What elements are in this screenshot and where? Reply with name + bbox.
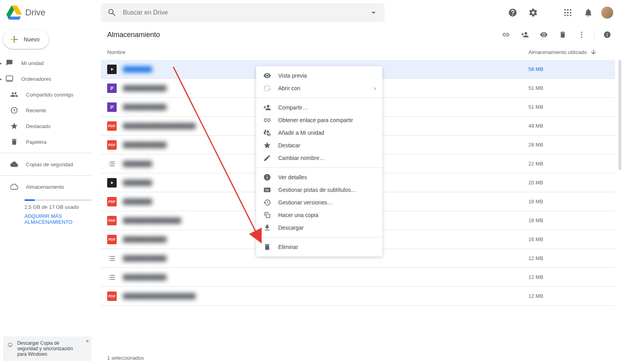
menu-item-cc[interactable]: CCGestionar pistas de subtítulos… bbox=[256, 184, 382, 196]
column-size[interactable]: Almacenamiento utilizado bbox=[528, 48, 615, 56]
menu-item-label: Eliminar bbox=[278, 244, 298, 250]
get-link-button[interactable] bbox=[498, 27, 514, 43]
menu-item-label: Hacer una copia bbox=[278, 212, 318, 218]
menu-item-label: Destacar bbox=[278, 142, 300, 149]
menu-item-download[interactable]: Descargar bbox=[256, 221, 382, 234]
svg-rect-16 bbox=[110, 88, 113, 89]
file-size: 49 MB bbox=[528, 123, 615, 129]
upgrade-storage-link[interactable]: ADQUIRIR MÁS ALMACENAMIENTO bbox=[24, 213, 91, 225]
menu-item-label: Compartir… bbox=[278, 104, 308, 111]
menu-item-link[interactable]: Obtener enlace para compartir bbox=[256, 114, 382, 126]
eye-icon bbox=[262, 71, 272, 80]
page-title: Almacenamiento bbox=[107, 31, 498, 39]
sidebar-item-trash[interactable]: Papelera bbox=[0, 134, 101, 150]
notifications-button[interactable] bbox=[580, 5, 596, 20]
menu-item-eye[interactable]: Vista previa bbox=[256, 69, 382, 82]
info-button[interactable] bbox=[599, 27, 615, 43]
logo-section[interactable]: Drive bbox=[6, 5, 101, 20]
share-icon bbox=[262, 103, 272, 112]
expand-icon: ▸ bbox=[0, 77, 5, 81]
menu-item-label: Ver detalles bbox=[278, 174, 307, 180]
backup-sync-notification[interactable]: Descargar Copia de seguridad y sincroniz… bbox=[3, 336, 91, 361]
pdf-icon: PDF bbox=[107, 216, 117, 225]
menu-divider bbox=[256, 237, 382, 238]
toolbar-separator bbox=[594, 30, 595, 39]
menu-item-info[interactable]: Ver detalles bbox=[256, 171, 382, 184]
user-avatar[interactable] bbox=[601, 6, 614, 19]
menu-item-rename[interactable]: Cambiar nombre… bbox=[256, 152, 382, 164]
file-row[interactable]: PDF████████████████████12 MB bbox=[101, 287, 615, 306]
menu-item-label: Vista previa bbox=[278, 72, 307, 79]
preview-button[interactable] bbox=[536, 27, 552, 43]
close-icon[interactable]: × bbox=[86, 338, 89, 344]
svg-point-2 bbox=[570, 9, 571, 11]
scrollbar[interactable] bbox=[618, 60, 621, 265]
recent-icon bbox=[9, 106, 19, 115]
rename-icon bbox=[262, 153, 272, 163]
svg-rect-17 bbox=[110, 89, 112, 90]
shared-icon bbox=[9, 90, 19, 99]
sidebar-item-label: Mi unidad bbox=[21, 60, 43, 66]
list-icon bbox=[107, 273, 117, 282]
sidebar-item-label: Destacado bbox=[26, 123, 50, 129]
file-size: 18 MB bbox=[528, 199, 615, 204]
pdf-icon: PDF bbox=[107, 197, 117, 206]
storage-used-text: 2,5 GB de 17 GB usado bbox=[24, 204, 91, 210]
toolbar bbox=[498, 27, 615, 43]
menu-item-adddrive[interactable]: Añadir a Mi unidad bbox=[256, 126, 382, 139]
menu-item-star[interactable]: Destacar bbox=[256, 139, 382, 152]
storage-bar bbox=[24, 199, 91, 201]
menu-item-history[interactable]: Gestionar versiones… bbox=[256, 196, 382, 209]
more-button[interactable] bbox=[574, 27, 590, 43]
app-header: Drive bbox=[0, 0, 623, 25]
file-row[interactable]: ████████████12 MB bbox=[101, 268, 615, 287]
search-bar[interactable] bbox=[101, 3, 385, 22]
menu-item-copy[interactable]: Hacer una copia bbox=[256, 209, 382, 221]
pdf-icon: PDF bbox=[107, 140, 117, 150]
adddrive-icon bbox=[262, 128, 272, 137]
download-icon bbox=[262, 223, 272, 232]
file-size: 22 MB bbox=[528, 161, 615, 167]
sidebar-item-star[interactable]: Destacado bbox=[0, 118, 101, 134]
sidebar-item-label: Ordenadores bbox=[21, 76, 51, 82]
sidebar-item-computers[interactable]: ▸Ordenadores bbox=[0, 71, 101, 87]
nav-divider bbox=[0, 175, 91, 176]
sidebar-item-shared[interactable]: Compartido conmigo bbox=[0, 87, 101, 102]
search-options-icon[interactable] bbox=[369, 8, 378, 17]
main-header: Almacenamiento bbox=[101, 25, 623, 44]
sidebar-item-recent[interactable]: Reciente bbox=[0, 102, 101, 118]
column-name[interactable]: Nombre bbox=[107, 49, 528, 55]
search-input[interactable] bbox=[123, 9, 369, 16]
menu-divider bbox=[256, 167, 382, 168]
menu-item-open[interactable]: Abrir con› bbox=[256, 82, 382, 95]
drive-logo-icon bbox=[6, 5, 22, 20]
sidebar-item-storage[interactable]: Almacenamiento bbox=[0, 179, 101, 195]
star-icon bbox=[9, 121, 19, 131]
menu-item-label: Añadir a Mi unidad bbox=[278, 130, 324, 136]
sidebar-item-label: Papelera bbox=[26, 139, 46, 145]
svg-point-7 bbox=[567, 15, 569, 16]
menu-item-share[interactable]: Compartir… bbox=[256, 101, 382, 114]
sidebar-item-drive[interactable]: ▸Mi unidad bbox=[0, 55, 101, 71]
share-button[interactable] bbox=[517, 27, 533, 43]
nav-divider bbox=[0, 153, 91, 153]
settings-button[interactable] bbox=[525, 5, 541, 20]
cloud-icon bbox=[9, 160, 19, 169]
sidebar-item-label: Compartido conmigo bbox=[26, 92, 73, 98]
form-icon bbox=[107, 84, 117, 93]
menu-item-label: Cambiar nombre… bbox=[278, 155, 325, 161]
sort-arrow-icon bbox=[590, 48, 597, 56]
link-icon bbox=[262, 115, 272, 125]
sidebar: Nuevo ▸Mi unidad▸OrdenadoresCompartido c… bbox=[0, 25, 101, 364]
form-icon bbox=[107, 102, 117, 112]
copy-icon bbox=[262, 210, 272, 220]
sidebar-item-backup[interactable]: Copias de seguridad bbox=[0, 156, 101, 172]
menu-item-trash[interactable]: Eliminar bbox=[256, 241, 382, 253]
help-button[interactable] bbox=[505, 5, 521, 20]
apps-button[interactable] bbox=[560, 5, 576, 20]
cloud-outline-icon bbox=[9, 182, 19, 191]
file-size: 58 MB bbox=[528, 66, 615, 72]
search-icon bbox=[107, 8, 117, 17]
delete-button[interactable] bbox=[555, 27, 571, 43]
new-button[interactable]: Nuevo bbox=[3, 30, 49, 49]
